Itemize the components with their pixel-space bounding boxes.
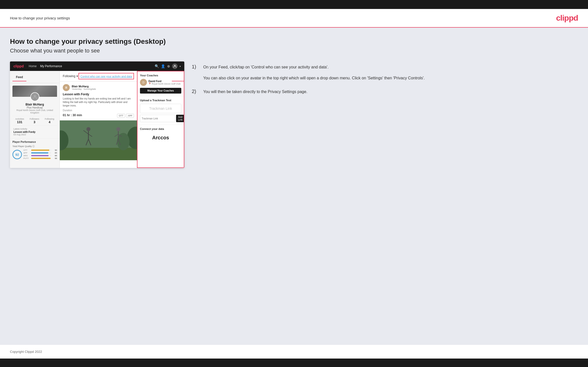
- page-heading: How to change your privacy settings (Des…: [10, 38, 578, 46]
- app-main: Following ▾ Control who can see your act…: [60, 71, 137, 168]
- main-content: How to change your privacy settings (Des…: [0, 28, 588, 345]
- svg-point-13: [116, 127, 120, 131]
- nav-home[interactable]: Home: [29, 64, 37, 68]
- arrow-connector: [172, 81, 184, 81]
- bottom-bar: [0, 359, 588, 367]
- nav-my-performance[interactable]: My Performance: [40, 64, 62, 68]
- control-link-wrapper: Control who can see your activity and da…: [78, 73, 134, 79]
- control-link-box: Control who can see your activity and da…: [78, 73, 134, 79]
- instruction-text-2a: You will then be taken directly to the P…: [203, 89, 307, 95]
- breadcrumb: How to change your privacy settings: [10, 16, 70, 20]
- activity-user-avatar: B: [63, 84, 70, 91]
- coaches-section: Your Coaches D David Ford 📍 Royal North …: [137, 71, 184, 96]
- profile-handicap: Plus Handicap: [12, 106, 57, 109]
- activity-title: Lesson with Fordy: [63, 93, 134, 96]
- coach-club: 📍 Royal North Devon Golf Club: [148, 83, 181, 85]
- avatar-button[interactable]: [172, 63, 178, 69]
- instruction-2: 2) You will then be taken directly to th…: [192, 89, 578, 95]
- connect-section: Connect your data Arccos: [137, 125, 184, 146]
- app-body: Feed Blair McHarg: [10, 71, 184, 168]
- tag-app: APP: [126, 114, 134, 118]
- trackman-section: Upload a Trackman Test Trackman Link Add…: [137, 96, 184, 125]
- latest-activity-label: Latest Activity: [13, 128, 56, 130]
- pp-bar-app: APP 85: [23, 152, 57, 154]
- trackman-input[interactable]: [140, 115, 175, 122]
- site-footer: Copyright Clippd 2022: [0, 345, 588, 359]
- stat-activities: Activities 131: [15, 118, 24, 124]
- pp-bars: OTT 90 APP: [23, 149, 57, 160]
- coach-item: D David Ford 📍 Royal North Devon Golf Cl…: [140, 79, 181, 86]
- instruction-number-1: 1): [192, 64, 199, 81]
- connect-title: Connect your data: [140, 127, 181, 130]
- avatar-dropdown-arrow: ▾: [180, 65, 181, 68]
- coach-avatar: D: [140, 79, 147, 86]
- latest-activity-name: Lesson with Fordy: [13, 131, 56, 133]
- top-bar: [0, 0, 588, 9]
- svg-point-1: [34, 95, 36, 97]
- stat-following: Following 4: [45, 118, 54, 124]
- instruction-text-1b: You can also click on your avatar in the…: [203, 75, 425, 81]
- profile-name: Blair McHarg: [12, 103, 57, 106]
- app-mockup: clippd Home My Performance 🔍 👤 ⊕: [10, 61, 184, 168]
- trackman-placeholder: Trackman Link: [143, 106, 179, 110]
- pp-quality-label: Total Player Quality ⓘ: [12, 145, 57, 148]
- page-subheading: Choose what you want people to see: [10, 48, 578, 54]
- trackman-title: Upload a Trackman Test: [140, 99, 181, 102]
- profile-avatar: [30, 92, 39, 101]
- search-icon[interactable]: 🔍: [155, 64, 159, 68]
- tag-ott: OTT: [117, 114, 125, 118]
- svg-point-7: [86, 127, 90, 131]
- latest-activity-date: 03 Aug 2022: [13, 133, 56, 136]
- activity-desc: Looking to feel like my hands are exitin…: [63, 97, 134, 107]
- trackman-add-button[interactable]: Add Link: [176, 115, 184, 122]
- profile-club: Royal North Devon Golf Club, United King…: [12, 109, 57, 114]
- app-logo-small: clippd: [13, 64, 24, 68]
- pp-bar-ott: OTT 90: [23, 149, 57, 151]
- person-icon[interactable]: 👤: [161, 64, 165, 68]
- coach-info: David Ford 📍 Royal North Devon Golf Club: [148, 80, 181, 85]
- activity-duration-value: 01 hr : 30 min: [63, 113, 82, 117]
- copyright-text: Copyright Clippd 2022: [10, 350, 42, 354]
- app-right-panel: Your Coaches D David Ford 📍 Royal North …: [137, 71, 184, 168]
- instruction-number-2: 2): [192, 89, 199, 95]
- instruction-1: 1) On your Feed, click/tap on 'Control w…: [192, 64, 578, 81]
- pp-row: 92 OTT 90 APP: [12, 149, 57, 160]
- pp-title: Player Performance: [12, 141, 57, 143]
- instructions-panel: 1) On your Feed, click/tap on 'Control w…: [192, 61, 578, 105]
- player-performance: Player Performance Total Player Quality …: [10, 138, 60, 162]
- feed-tab[interactable]: Feed: [12, 73, 26, 81]
- activity-card: B Blair McHarg Yesterday · Sunningdale L…: [60, 82, 137, 120]
- trackman-input-row: Add Link: [140, 115, 181, 122]
- following-button[interactable]: Following ▾: [63, 74, 78, 78]
- location-icon[interactable]: ⊕: [167, 64, 170, 68]
- activity-duration-label: Duration: [63, 109, 134, 112]
- manage-coaches-button[interactable]: Manage Your Coaches: [140, 88, 181, 94]
- app-nav-icons: 🔍 👤 ⊕ ▾: [155, 63, 181, 69]
- activity-user: B Blair McHarg Yesterday · Sunningdale: [63, 84, 134, 91]
- arccos-logo: Arccos: [140, 132, 181, 143]
- activity-tags: OTT APP: [117, 114, 134, 118]
- pp-score: 92: [12, 150, 22, 159]
- content-layout: clippd Home My Performance 🔍 👤 ⊕: [10, 61, 578, 168]
- instruction-text-1a: On your Feed, click/tap on 'Control who …: [203, 64, 425, 70]
- pin-icon: 📍: [148, 83, 151, 85]
- app-main-header: Following ▾ Control who can see your act…: [60, 71, 137, 82]
- stat-followers: Followers 3: [30, 118, 39, 124]
- app-navbar: clippd Home My Performance 🔍 👤 ⊕: [10, 61, 184, 71]
- control-privacy-link[interactable]: Control who can see your activity and da…: [80, 75, 132, 78]
- site-header: How to change your privacy settings clip…: [0, 9, 588, 28]
- profile-section: Blair McHarg Plus Handicap Royal North D…: [10, 83, 60, 138]
- app-nav-links: Home My Performance: [29, 64, 62, 68]
- chevron-down-icon: ▾: [76, 74, 78, 78]
- app-sidebar: Feed Blair McHarg: [10, 71, 60, 168]
- activity-user-name: Blair McHarg: [72, 85, 96, 88]
- activity-user-info: Blair McHarg Yesterday · Sunningdale: [72, 85, 96, 90]
- pp-bar-putt: PUTT 96: [23, 157, 57, 159]
- instruction-text-2: You will then be taken directly to the P…: [203, 89, 307, 95]
- trackman-input-area: Trackman Link: [140, 104, 181, 113]
- activity-image: [60, 120, 137, 160]
- coaches-title: Your Coaches: [140, 74, 181, 77]
- profile-stats: Activities 131 Followers 3 Following 4: [12, 116, 57, 126]
- instruction-text-1: On your Feed, click/tap on 'Control who …: [203, 64, 425, 81]
- clippd-logo: clippd: [556, 13, 578, 23]
